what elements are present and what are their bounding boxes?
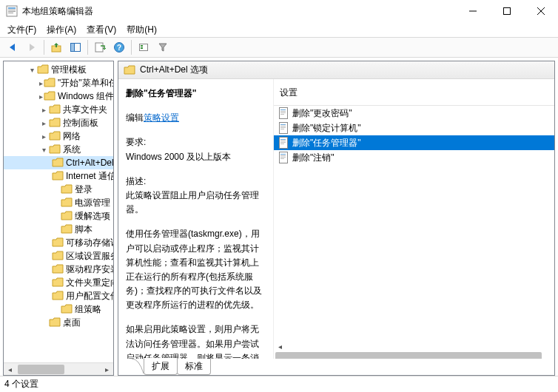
svg-rect-25	[280, 126, 286, 126]
tree-toggle-icon[interactable]: ▾	[27, 66, 36, 74]
svg-rect-34	[280, 154, 286, 155]
show-hide-tree-button[interactable]	[67, 38, 84, 56]
settings-item[interactable]: 删除"注销"	[274, 150, 554, 165]
tree-node[interactable]: ▾管理模板	[4, 63, 113, 76]
svg-rect-12	[95, 43, 103, 52]
tree-node[interactable]: 用户配置文件	[4, 289, 113, 303]
svg-rect-11	[71, 44, 75, 52]
svg-rect-37	[280, 158, 284, 159]
settings-item[interactable]: 删除"锁定计算机"	[274, 121, 554, 135]
settings-item-label: 删除"任务管理器"	[292, 137, 361, 149]
svg-rect-4	[8, 13, 13, 13]
edit-policy-link[interactable]: 策略设置	[144, 112, 179, 123]
tree-node[interactable]: 脚本	[4, 223, 113, 236]
tree-node-label: 缓解选项	[75, 210, 110, 223]
description-p3: 如果启用此策略设置，则用户将无法访问任务管理器。如果用户尝试启动任务管理器，则将…	[126, 322, 267, 359]
settings-item[interactable]: 删除"任务管理器"	[274, 135, 554, 150]
svg-rect-29	[280, 139, 286, 140]
tree-node[interactable]: ▸网络	[4, 129, 113, 143]
settings-list-column: 设置 删除"更改密码"删除"锁定计算机"删除"任务管理器"删除"注销" ◂▸	[274, 79, 554, 359]
tree-pane: ▾管理模板▸"开始"菜单和任务栏▸Windows 组件▸共享文件夹▸控制面板▸网…	[3, 61, 114, 376]
tree-node[interactable]: 文件夹重定向	[4, 276, 113, 289]
svg-rect-17	[141, 47, 143, 49]
tree-node[interactable]: 驱动程序安装	[4, 263, 113, 276]
tree-node-label: 脚本	[75, 223, 93, 236]
svg-rect-1	[8, 7, 16, 9]
filter-button[interactable]	[154, 38, 172, 56]
tree-node[interactable]: ▸控制面板	[4, 116, 113, 129]
settings-item-label: 删除"锁定计算机"	[292, 122, 361, 135]
tree-node[interactable]: Internet 通信管理	[4, 169, 113, 183]
tree-toggle-icon[interactable]: ▸	[39, 106, 48, 114]
tree-horizontal-scrollbar[interactable]: ◂▸	[4, 362, 113, 375]
menu-view[interactable]: 查看(V)	[87, 24, 116, 36]
svg-rect-24	[280, 124, 286, 125]
content-header: Ctrl+Alt+Del 选项	[118, 61, 554, 79]
app-icon	[6, 5, 18, 17]
export-list-button[interactable]	[91, 38, 109, 56]
tree-node[interactable]: Ctrl+Alt+Del 选项	[4, 156, 113, 169]
minimize-button[interactable]	[456, 0, 490, 22]
svg-rect-20	[280, 111, 286, 112]
svg-rect-19	[280, 109, 286, 110]
tree-toggle-icon[interactable]: ▸	[39, 132, 48, 141]
settings-header: 设置	[274, 84, 554, 105]
tree-node-label: 登录	[75, 183, 93, 196]
tree-toggle-icon[interactable]: ▾	[39, 146, 48, 154]
filter-options-button[interactable]	[135, 38, 152, 56]
content-header-title: Ctrl+Alt+Del 选项	[140, 64, 208, 76]
tree-node-label: 管理模板	[51, 64, 87, 76]
tree-node-label: 组策略	[75, 303, 101, 316]
description-p2: 使用任务管理器(taskmgr.exe)，用户可以启动或停止程序；监视其计算机性…	[126, 227, 267, 312]
svg-rect-32	[280, 143, 284, 144]
back-button[interactable]	[4, 38, 21, 56]
menu-help[interactable]: 帮助(H)	[127, 24, 157, 36]
tree-node-label: Windows 组件	[58, 90, 113, 103]
tree-toggle-icon[interactable]: ▸	[39, 119, 48, 127]
close-button[interactable]	[524, 0, 558, 22]
content-pane: Ctrl+Alt+Del 选项 删除"任务管理器" 编辑策略设置 要求: Win…	[118, 61, 555, 376]
tree-node[interactable]: ▸Windows 组件	[4, 89, 113, 103]
tree-node[interactable]: ▸"开始"菜单和任务栏	[4, 76, 113, 89]
tree-node[interactable]: 电源管理	[4, 196, 113, 209]
tab-extended[interactable]: 扩展	[144, 358, 178, 375]
menu-file[interactable]: 文件(F)	[7, 24, 36, 36]
tree-node-label: 共享文件夹	[63, 104, 107, 116]
tab-strip: 扩展 标准	[118, 359, 554, 375]
tree-node[interactable]: 组策略	[4, 303, 113, 316]
menu-bar: 文件(F) 操作(A) 查看(V) 帮助(H)	[0, 22, 558, 37]
menu-action[interactable]: 操作(A)	[47, 24, 76, 36]
svg-rect-6	[504, 8, 511, 15]
tree-node[interactable]: 登录	[4, 183, 113, 196]
tree-toggle-icon[interactable]: ▸	[39, 79, 43, 87]
tree-node[interactable]: ▸共享文件夹	[4, 103, 113, 116]
tree-node-label: 桌面	[63, 317, 81, 329]
svg-rect-2	[8, 10, 16, 10]
tree-node-label: 电源管理	[75, 197, 110, 209]
tree-node-label: 驱动程序安装	[66, 263, 113, 276]
toolbar: ?	[0, 37, 558, 58]
list-horizontal-scrollbar[interactable]: ◂▸	[274, 342, 554, 359]
svg-rect-16	[141, 45, 143, 47]
tree-node[interactable]: 桌面	[4, 316, 113, 329]
up-button[interactable]	[47, 38, 65, 56]
help-button[interactable]: ?	[110, 38, 128, 56]
tree-node[interactable]: ▾系统	[4, 143, 113, 156]
tree-toggle-icon[interactable]: ▸	[39, 92, 43, 101]
status-text: 4 个设置	[4, 378, 38, 391]
maximize-button[interactable]	[490, 0, 524, 22]
tree-node-label: Ctrl+Alt+Del 选项	[66, 157, 113, 169]
svg-rect-21	[280, 112, 286, 113]
svg-rect-35	[280, 155, 286, 156]
settings-item[interactable]: 删除"更改密码"	[274, 106, 554, 121]
tree-node-label: 用户配置文件	[66, 290, 113, 303]
forward-button[interactable]	[23, 38, 41, 56]
tree-node-label: 网络	[63, 130, 81, 143]
svg-rect-27	[280, 129, 284, 129]
tree-node-label: 可移动存储访问	[66, 237, 113, 249]
tree-node[interactable]: 区域设置服务	[4, 249, 113, 263]
tab-standard[interactable]: 标准	[177, 359, 211, 375]
tree-node[interactable]: 可移动存储访问	[4, 236, 113, 249]
tree-node[interactable]: 缓解选项	[4, 209, 113, 223]
svg-rect-31	[280, 142, 286, 143]
